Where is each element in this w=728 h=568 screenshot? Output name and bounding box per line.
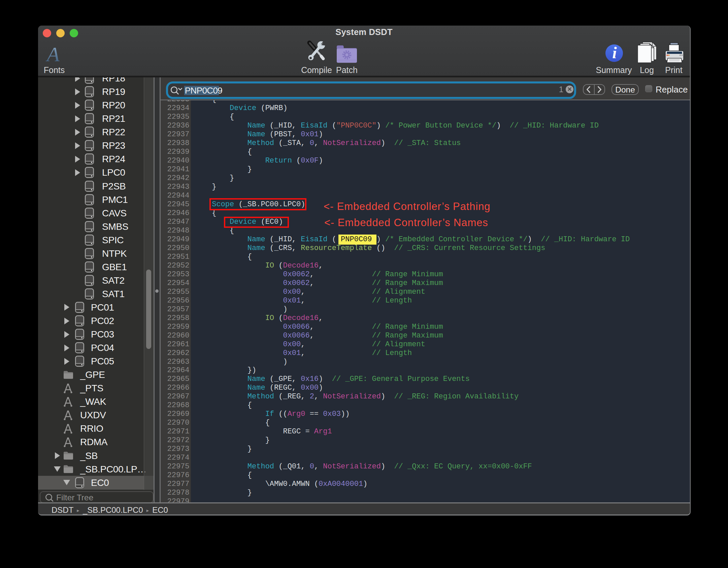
svg-text:i: i <box>612 44 617 62</box>
